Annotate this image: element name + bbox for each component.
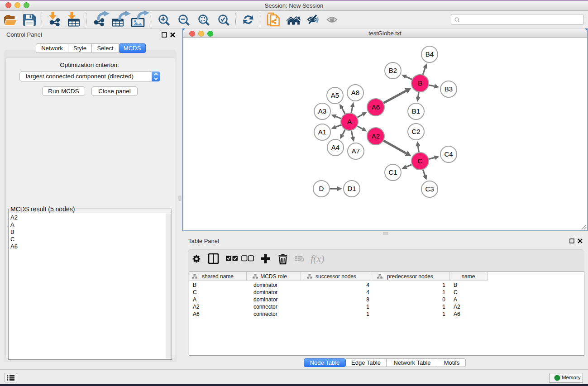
svg-text:A4: A4 xyxy=(331,143,339,151)
svg-text:A2: A2 xyxy=(372,132,380,140)
svg-text:D1: D1 xyxy=(347,185,356,192)
svg-text:A: A xyxy=(347,118,352,125)
svg-text:B3: B3 xyxy=(445,85,453,93)
svg-text:D: D xyxy=(319,185,324,192)
svg-text:C2: C2 xyxy=(411,128,420,135)
svg-text:C: C xyxy=(418,157,423,165)
svg-text:A1: A1 xyxy=(318,128,326,136)
svg-text:C3: C3 xyxy=(425,185,434,193)
svg-text:B1: B1 xyxy=(412,107,420,115)
svg-text:C1: C1 xyxy=(388,168,397,176)
svg-text:A5: A5 xyxy=(331,91,339,99)
svg-text:A8: A8 xyxy=(351,89,359,96)
svg-text:A7: A7 xyxy=(352,147,360,155)
svg-text:A3: A3 xyxy=(318,107,326,115)
svg-text:B4: B4 xyxy=(425,50,434,58)
svg-text:f(x): f(x) xyxy=(311,253,325,264)
svg-text:B2: B2 xyxy=(389,67,397,74)
svg-text:B: B xyxy=(418,79,422,87)
svg-text:A6: A6 xyxy=(372,103,380,111)
svg-text:C4: C4 xyxy=(444,150,453,158)
